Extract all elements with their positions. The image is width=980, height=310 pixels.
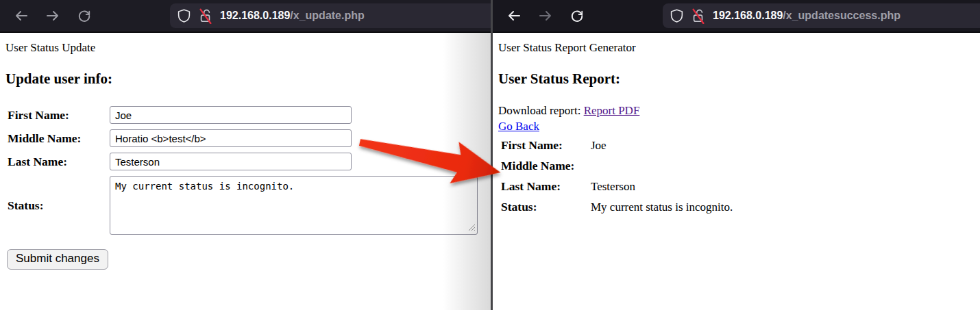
middle-name-label: Middle Name: <box>501 159 591 173</box>
form-row-status: Status: My current status is incognito. <box>5 176 491 235</box>
last-name-label: Last Name: <box>501 179 591 194</box>
page-content-left: User Status Update Update user info: Fir… <box>0 33 491 310</box>
url-domain: 192.168.0.189 <box>220 10 290 21</box>
page-title: User Status Report Generator <box>498 41 980 55</box>
arrow-right-icon <box>538 10 553 22</box>
download-report-label: Download report: <box>498 104 584 117</box>
shield-icon[interactable] <box>670 8 684 23</box>
screenshot-canvas: 192.168.0.189/x_update.php User Status U… <box>0 0 980 310</box>
back-button[interactable] <box>12 7 30 25</box>
status-field[interactable]: My current status is incognito. <box>110 176 478 235</box>
form-row-last-name: Last Name: <box>5 153 491 170</box>
shield-icon[interactable] <box>177 8 191 23</box>
first-name-value: Joe <box>591 139 980 153</box>
last-name-value: Testerson <box>591 180 980 194</box>
first-name-label: First Name: <box>5 108 110 122</box>
first-name-label: First Name: <box>501 138 591 153</box>
submit-changes-button[interactable]: Submit changes <box>7 249 108 270</box>
reload-icon <box>77 9 91 23</box>
status-label: Status: <box>501 200 591 214</box>
browser-toolbar-right: 192.168.0.189/x_updatesuccess.php <box>493 0 980 33</box>
update-form: First Name: Middle Name: Last Name: Stat… <box>5 106 491 235</box>
page-content-right: User Status Report Generator User Status… <box>493 33 980 310</box>
middle-name-label: Middle Name: <box>5 131 110 146</box>
form-row-middle-name: Middle Name: <box>5 129 491 147</box>
first-name-field[interactable] <box>110 106 352 124</box>
forward-button[interactable] <box>44 7 62 25</box>
url-text-right: 192.168.0.189/x_updatesuccess.php <box>713 10 901 22</box>
status-area: My current status is incognito. <box>110 176 478 235</box>
browser-window-left: 192.168.0.189/x_update.php User Status U… <box>0 0 491 310</box>
back-button[interactable] <box>505 7 523 25</box>
browser-toolbar-left: 192.168.0.189/x_update.php <box>0 0 491 33</box>
download-report-line: Download report: Report PDF <box>498 104 980 118</box>
url-domain: 192.168.0.189 <box>713 10 783 21</box>
update-user-info-heading: Update user info: <box>5 70 491 88</box>
arrow-right-icon <box>45 10 60 22</box>
page-title: User Status Update <box>5 41 491 55</box>
table-row: First Name: Joe <box>501 138 980 159</box>
reload-button[interactable] <box>75 7 93 25</box>
table-row: Middle Name: <box>501 159 980 179</box>
insecure-lock-icon[interactable] <box>198 8 213 24</box>
status-value: My current status is incognito. <box>591 201 980 214</box>
status-label: Status: <box>5 198 110 213</box>
url-bar-right[interactable]: 192.168.0.189/x_updatesuccess.php <box>663 3 980 28</box>
reload-icon <box>570 9 584 23</box>
form-row-first-name: First Name: <box>5 106 491 124</box>
url-text-left: 192.168.0.189/x_update.php <box>220 10 365 22</box>
report-pdf-link[interactable]: Report PDF <box>584 104 640 117</box>
url-path: /x_update.php <box>290 10 364 21</box>
forward-button[interactable] <box>537 7 554 25</box>
url-path: /x_updatesuccess.php <box>783 10 901 21</box>
report-table: First Name: Joe Middle Name: Last Name: … <box>498 138 980 220</box>
arrow-left-icon <box>506 10 522 22</box>
browser-window-right: 192.168.0.189/x_updatesuccess.php User S… <box>493 0 980 310</box>
insecure-lock-icon[interactable] <box>691 8 706 24</box>
arrow-left-icon <box>14 10 29 22</box>
table-row: Status: My current status is incognito. <box>501 200 980 220</box>
middle-name-field[interactable] <box>110 129 352 147</box>
user-status-report-heading: User Status Report: <box>498 70 980 88</box>
url-bar-left[interactable]: 192.168.0.189/x_update.php <box>170 3 491 28</box>
table-row: Last Name: Testerson <box>501 179 980 200</box>
go-back-link[interactable]: Go Back <box>498 120 539 133</box>
last-name-label: Last Name: <box>5 155 110 169</box>
reload-button[interactable] <box>568 7 586 25</box>
last-name-field[interactable] <box>110 153 352 170</box>
